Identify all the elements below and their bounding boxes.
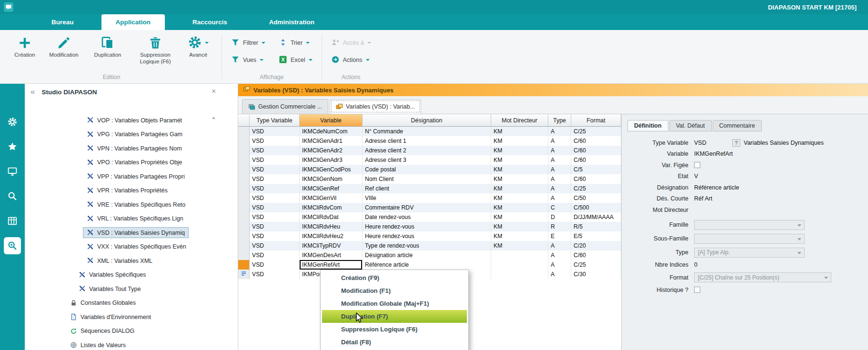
document-tab[interactable]: Gestion Commerciale ...	[242, 99, 328, 114]
context-menu-item[interactable]: Suppression Logique (F6)	[322, 323, 467, 336]
tree-item[interactable]: VPN : Variables Partagées Nom	[25, 141, 238, 156]
document-tab[interactable]: Variables (VSD) : Variab...	[330, 99, 421, 114]
avance-button[interactable]: Avancé	[181, 32, 215, 59]
close-icon[interactable]: ×	[212, 87, 216, 96]
context-menu-item[interactable]: Détail (F8)	[322, 336, 467, 349]
row-selector[interactable]	[238, 250, 250, 260]
context-menu-item[interactable]: Création (F9)	[322, 271, 467, 284]
table-row[interactable]: VSD IKMCliRdvDat Date rendez-vous KM D D…	[238, 212, 621, 222]
star-icon[interactable]	[4, 138, 21, 155]
tree-item[interactable]: VPP : Variables Partagées Propri	[25, 170, 238, 184]
table-row[interactable]: VSD IKMGenRefArt Référence article A C/2…	[238, 260, 621, 270]
creation-button[interactable]: Création	[8, 32, 42, 59]
table-row[interactable]: VSD IKMCliGenRef Ref client KM A C/25	[238, 184, 621, 193]
column-header[interactable]: Désignation	[363, 114, 491, 127]
row-selector[interactable]	[238, 155, 250, 165]
filtrer-button[interactable]: Filtrer	[231, 38, 265, 48]
tree-item[interactable]: Variables d'Environnement	[25, 310, 238, 324]
scroll-up-icon[interactable]: ▲	[212, 115, 216, 120]
row-selector[interactable]	[238, 222, 250, 231]
tree-item[interactable]: Séquences DIALOG	[25, 324, 238, 339]
row-selector[interactable]	[238, 231, 250, 241]
row-selector[interactable]	[238, 146, 250, 155]
monitor-icon[interactable]	[4, 163, 21, 180]
tree-item[interactable]: VPO : Variables Propriétés Obje	[25, 156, 238, 170]
tree-item[interactable]: Variables Tout Type	[25, 282, 238, 296]
cell-format: C/50	[571, 193, 621, 203]
duplication-label: Duplication	[94, 52, 121, 59]
historique-checkbox[interactable]	[694, 287, 700, 293]
excel-button[interactable]: X Excel	[279, 55, 313, 65]
row-selector[interactable]	[238, 174, 250, 184]
detail-tab[interactable]: Commentaire	[713, 120, 762, 131]
row-selector[interactable]	[238, 165, 250, 174]
format-select[interactable]: [C/25] Chaîne sur 25 Position(s)	[694, 272, 831, 282]
help-button[interactable]: ?	[732, 139, 740, 147]
row-selector[interactable]	[238, 270, 250, 279]
chevron-down-icon[interactable]	[205, 42, 209, 46]
row-selector[interactable]	[238, 136, 250, 146]
menu-tab[interactable]: Raccourcis	[178, 14, 242, 30]
column-header[interactable]: Variable	[300, 114, 363, 127]
row-selector[interactable]	[238, 212, 250, 222]
selector-column-header[interactable]	[238, 114, 250, 127]
table-row[interactable]: VSD IKMCliGenCodPos Code postal KM A C/5	[238, 165, 621, 174]
row-selector[interactable]	[238, 184, 250, 193]
menu-tab[interactable]: Application	[101, 14, 165, 30]
table-row[interactable]: VSD IKMCliRdvHeu Heure rendez-vous KM R …	[238, 222, 621, 231]
suppression-logique-button[interactable]: Suppression Logique (F6)	[130, 32, 181, 65]
table-row[interactable]: VSD IKMCliGenNom Nom Client KM A C/60	[238, 174, 621, 184]
table-row[interactable]: VSD IKMCliRdvCom Commentaire RDV KM C C/…	[238, 203, 621, 212]
column-header[interactable]: Mot Directeur	[491, 114, 548, 127]
table-row[interactable]: VSD IKMGenDesArt Désignation article A C…	[238, 250, 621, 260]
tree-item[interactable]: VPR : Variables Propriétés	[25, 184, 238, 198]
trier-button[interactable]: Trier	[279, 38, 313, 48]
tree-item[interactable]: VXX : Variables Spécifiques Evén	[25, 240, 238, 254]
context-menu-item[interactable]: Modification (F1)	[322, 284, 467, 297]
gear-icon[interactable]	[4, 113, 21, 130]
tree-item[interactable]: Constantes Globales	[25, 296, 238, 310]
row-selector[interactable]	[238, 127, 250, 136]
tree-item-label: VPG : Variables Partagées Gam	[97, 131, 182, 138]
menu-tab[interactable]: Administration	[255, 14, 329, 30]
table-row[interactable]: VSD IKMCliGenAdr1 Adresse client 1 KM A …	[238, 136, 621, 146]
famille-select[interactable]	[694, 220, 805, 230]
column-header[interactable]: Format	[571, 114, 621, 127]
column-header[interactable]: Type	[548, 114, 571, 127]
tree-item[interactable]: XML : Variables XML	[25, 254, 238, 268]
vues-button[interactable]: Vues	[231, 55, 265, 65]
type-select[interactable]: [A] Type Alp.	[694, 248, 805, 258]
table-row[interactable]: VSD IKMCliGenAdr3 Adresse client 3 KM A …	[238, 155, 621, 165]
grid-icon[interactable]	[4, 212, 21, 230]
modification-button[interactable]: Modification	[42, 32, 86, 59]
row-selector[interactable]	[238, 203, 250, 212]
menu-tab[interactable]: Bureau	[37, 14, 88, 30]
table-row[interactable]: VSD IKMCdeNumCom N° Commande KM A C/25	[238, 127, 621, 136]
table-row[interactable]: VSD IKMCliGenVil VIlle KM A C/50	[238, 193, 621, 203]
column-header[interactable]: Type Variable	[250, 114, 300, 127]
search-plus-icon[interactable]	[4, 237, 21, 254]
duplication-button[interactable]: Duplication	[86, 32, 130, 59]
collapse-icon[interactable]: «	[30, 87, 35, 97]
var-figee-checkbox[interactable]	[694, 162, 700, 168]
search-icon[interactable]	[4, 188, 21, 205]
table-row[interactable]: VSD IKMCliGenAdr2 Adresse client 2 KM A …	[238, 146, 621, 155]
table-row[interactable]: VSD IKMCliRdvHeu2 Heure rendez-vous KM E…	[238, 231, 621, 241]
context-menu-item[interactable]: Duplication (F7)	[322, 310, 467, 323]
tree-item[interactable]: VPG : Variables Partagées Gam	[25, 128, 238, 142]
tree-item[interactable]: Variables Spécifiques	[25, 268, 238, 282]
detail-tab[interactable]: Définition	[627, 120, 668, 131]
detail-tab[interactable]: Val. Défaut	[669, 120, 712, 131]
tree-item[interactable]: VRE : Variables Spécifiques Reto	[25, 198, 238, 212]
sous-famille-select[interactable]	[694, 234, 805, 244]
row-selector[interactable]	[238, 260, 250, 270]
table-row[interactable]: VSD IKMCliTypRDV Type de rendez-vous KM …	[238, 241, 621, 250]
context-menu-item[interactable]: Modification Globale (Maj+F1)	[322, 297, 467, 310]
tree-item[interactable]: VOP : Variables Objets Paramét	[25, 113, 238, 128]
row-selector[interactable]	[238, 193, 250, 203]
tree-item[interactable]: VRL : Variables Spécifiques Lign	[25, 212, 238, 226]
row-selector[interactable]	[238, 241, 250, 250]
tree-item[interactable]: VSD : Variables Saisies Dynamiq	[25, 226, 238, 240]
tree-item[interactable]: Listes de Valeurs	[25, 338, 238, 350]
actions-button[interactable]: Actions	[331, 55, 371, 65]
